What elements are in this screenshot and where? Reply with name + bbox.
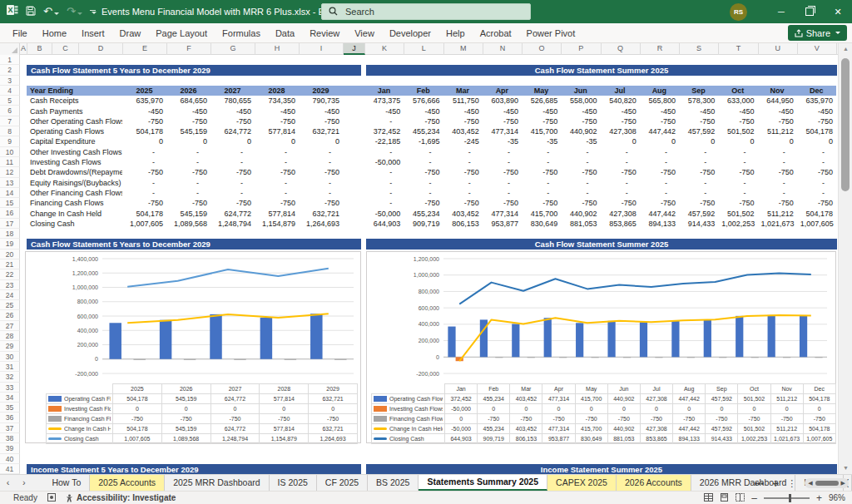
statement-cell[interactable]: -450 [758, 106, 797, 116]
statement-cell[interactable]: -22,185 [364, 136, 404, 146]
statement-cell[interactable]: -750 [561, 116, 600, 126]
statement-cell[interactable]: 455,234 [404, 126, 443, 136]
row-header[interactable]: 10 [0, 147, 20, 157]
statement-cell[interactable]: 1,089,568 [166, 219, 211, 229]
statement-cell[interactable]: -450 [122, 106, 166, 116]
month-header[interactable]: Mar [443, 86, 483, 96]
sheet-grid[interactable]: 1234567891011121314151617181920212223242… [0, 55, 838, 474]
statement-cell[interactable]: - [364, 188, 404, 198]
statement-cell[interactable]: 806,153 [443, 219, 483, 229]
statement-cell[interactable]: 1,002,253 [718, 219, 757, 229]
chart-summer[interactable]: -200,0000200,000400,000600,000800,0001,0… [366, 251, 836, 443]
statement-cell[interactable]: -750 [122, 167, 166, 177]
statement-cell[interactable]: -450 [364, 106, 404, 116]
statement-cell[interactable]: 780,655 [211, 96, 255, 106]
row-label-cell[interactable]: Change In Cash Held [27, 209, 122, 219]
statement-cell[interactable]: 790,735 [299, 96, 343, 106]
row-header[interactable]: 23 [0, 280, 20, 290]
year-header[interactable]: 2026 [166, 86, 211, 96]
statement-cell[interactable]: - [404, 147, 443, 157]
gap-cell[interactable] [343, 219, 364, 229]
banner-income-5yr[interactable]: Income Statement 5 Years to December 202… [27, 464, 361, 474]
statement-cell[interactable]: - [404, 188, 443, 198]
row-header[interactable]: 15 [0, 198, 20, 208]
year-header[interactable]: 2028 [255, 86, 299, 96]
statement-cell[interactable]: 565,800 [640, 96, 679, 106]
tab-scrollbar-thumb[interactable] [815, 481, 839, 486]
statement-cell[interactable]: -750 [404, 198, 443, 208]
row-header[interactable]: 36 [0, 413, 20, 422]
month-header[interactable]: Jul [601, 86, 640, 96]
statement-cell[interactable]: -750 [299, 198, 343, 208]
statement-cell[interactable]: - [679, 178, 718, 188]
sheet-tab-capex-2025[interactable]: CAPEX 2025 [547, 475, 617, 491]
statement-cell[interactable]: -450 [404, 106, 443, 116]
column-header-h[interactable]: H [255, 43, 300, 55]
ribbon-tab-acrobat[interactable]: Acrobat [473, 24, 519, 43]
statement-cell[interactable]: - [679, 188, 718, 198]
statement-cell[interactable]: 0 [679, 136, 718, 146]
statement-cell[interactable]: -750 [679, 116, 718, 126]
statement-cell[interactable]: - [255, 178, 299, 188]
row-header[interactable]: 27 [0, 321, 20, 331]
statement-cell[interactable]: - [679, 147, 718, 157]
column-header-v[interactable]: V [798, 43, 837, 55]
statement-cell[interactable]: 0 [211, 136, 255, 146]
statement-cell[interactable]: - [255, 188, 299, 198]
statement-cell[interactable]: -750 [640, 116, 679, 126]
column-header-q[interactable]: Q [602, 43, 641, 55]
statement-cell[interactable]: - [561, 147, 600, 157]
statement-cell[interactable]: -450 [166, 106, 211, 116]
statement-cell[interactable]: 881,053 [561, 219, 600, 229]
gap-cell[interactable] [343, 136, 364, 146]
statement-cell[interactable]: - [122, 157, 166, 167]
ribbon-tab-developer[interactable]: Developer [382, 24, 438, 43]
statement-cell[interactable]: -750 [601, 167, 640, 177]
statement-cell[interactable]: - [299, 178, 343, 188]
statement-cell[interactable]: - [299, 157, 343, 167]
zoom-slider-thumb[interactable] [789, 494, 791, 502]
statement-cell[interactable]: -750 [299, 116, 343, 126]
month-header[interactable]: Jan [364, 86, 404, 96]
month-header[interactable]: Oct [718, 86, 757, 96]
statement-cell[interactable]: 540,820 [601, 96, 640, 106]
chart-banner-summer[interactable]: Cash Flow Statement Summer 2025 [366, 239, 837, 250]
row-header[interactable]: 24 [0, 290, 20, 300]
statement-cell[interactable]: - [758, 188, 797, 198]
statement-cell[interactable]: 504,178 [122, 126, 166, 136]
more-sheets-button[interactable]: ••• [754, 476, 764, 492]
ribbon-tab-page-layout[interactable]: Page Layout [148, 24, 215, 43]
statement-cell[interactable]: -750 [797, 167, 836, 177]
normal-view-icon[interactable] [704, 493, 713, 503]
gap-cell[interactable] [343, 209, 364, 219]
statement-cell[interactable]: -750 [166, 116, 211, 126]
tab-nav-right[interactable]: › [16, 475, 32, 491]
close-button[interactable]: ✕ [824, 0, 852, 23]
zoom-out-button[interactable]: – [751, 492, 757, 504]
statement-cell[interactable]: -750 [255, 167, 299, 177]
statement-cell[interactable]: 447,442 [640, 126, 679, 136]
statement-cell[interactable]: - [797, 147, 836, 157]
row-header[interactable]: 38 [0, 433, 20, 443]
row-header[interactable]: 12 [0, 167, 20, 177]
statement-cell[interactable]: 415,700 [522, 209, 561, 219]
statement-cell[interactable]: 635,970 [122, 96, 166, 106]
statement-cell[interactable]: -750 [443, 167, 483, 177]
statement-cell[interactable]: 473,375 [364, 96, 404, 106]
row-header[interactable]: 29 [0, 341, 20, 351]
minimize-button[interactable]: ─ [767, 0, 795, 23]
statement-cell[interactable]: 644,950 [758, 96, 797, 106]
statement-cell[interactable]: - [443, 147, 483, 157]
row-label-cell[interactable]: Cash Receipts [27, 96, 122, 106]
accessibility-status[interactable]: Accessibility: Investigate [66, 493, 176, 502]
statement-cell[interactable]: - [640, 157, 679, 167]
redo-dropdown-icon[interactable] [77, 12, 82, 15]
scroll-up-icon[interactable]: ▲ [839, 43, 852, 55]
column-header-j[interactable]: J [344, 43, 365, 55]
sheet-tab-2026-accounts[interactable]: 2026 Accounts [617, 475, 691, 491]
row-header[interactable]: 32 [0, 372, 20, 382]
sheet-tab-statements-summary-2025[interactable]: Statements Summary 2025 [419, 475, 547, 491]
statement-cell[interactable]: 526,685 [522, 96, 561, 106]
statement-cell[interactable]: 440,902 [561, 126, 600, 136]
column-header-u[interactable]: U [759, 43, 798, 55]
